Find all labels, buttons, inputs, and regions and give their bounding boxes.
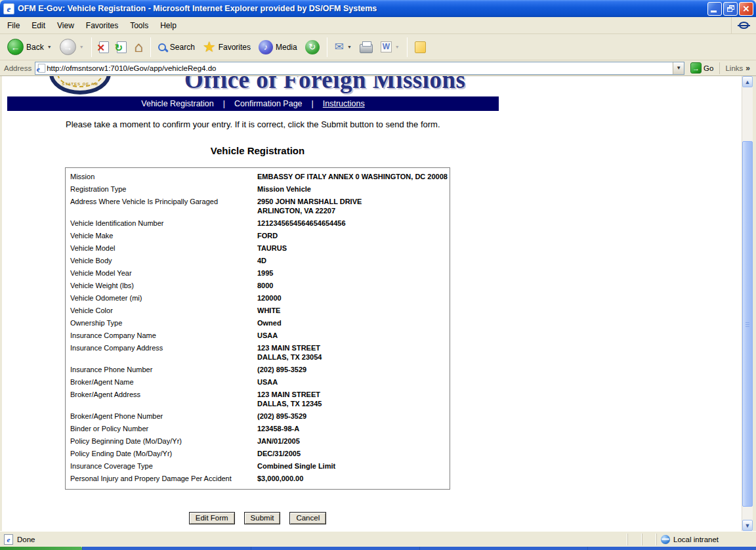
table-row: Binder or Policy Number123458-98-A: [66, 423, 450, 435]
field-label: Insurance Company Address: [66, 343, 257, 362]
start-button-edge[interactable]: [0, 547, 82, 550]
favorites-star-icon: ★: [203, 41, 216, 54]
edit-with-word-button[interactable]: W ▼: [377, 39, 403, 54]
field-value: Owned: [257, 318, 450, 328]
field-value: 123 MAIN STREETDALLAS, TX 12345: [257, 390, 450, 408]
nav-separator: |: [312, 99, 314, 108]
forward-dropdown-icon: ▼: [79, 45, 84, 49]
nav-separator: |: [223, 99, 225, 108]
discuss-button[interactable]: [411, 39, 429, 55]
address-dropdown-icon[interactable]: ▼: [673, 62, 684, 74]
field-value: 8000: [257, 281, 450, 290]
close-button[interactable]: ✕: [739, 2, 753, 16]
edit-form-button[interactable]: Edit Form: [189, 512, 235, 524]
menu-item-edit[interactable]: Edit: [26, 18, 51, 33]
go-button[interactable]: → Go: [688, 62, 716, 74]
submit-button[interactable]: Submit: [244, 512, 281, 524]
stop-button[interactable]: ✕: [96, 39, 112, 55]
field-label: Vehicle Color: [66, 306, 257, 315]
links-bar[interactable]: Links »: [719, 62, 754, 74]
page-content: STATES OF AM Office of Foreign Missions …: [2, 76, 742, 531]
window-right-edge: [753, 76, 756, 531]
field-value-line: DALLAS, TX 12345: [257, 399, 450, 408]
table-row: Vehicle MakeFORD: [66, 230, 450, 242]
page-navigation-bar: Vehicle Registration|Confirmation Page|I…: [7, 96, 499, 111]
ie-app-icon: e: [3, 3, 14, 14]
field-value: USAA: [257, 377, 450, 387]
scrollbar-thumb[interactable]: [742, 141, 753, 507]
field-label: Broker/Agent Name: [66, 377, 257, 387]
table-row: Vehicle ColorWHITE: [66, 305, 450, 317]
table-row: Registration TypeMission Vehicle: [66, 183, 450, 196]
restore-button[interactable]: [723, 2, 738, 16]
menu-item-help[interactable]: Help: [154, 18, 182, 33]
table-row: Vehicle Identification Number12123456545…: [66, 217, 450, 230]
vertical-scrollbar[interactable]: ▲ ▼: [742, 76, 753, 531]
forward-button[interactable]: → ▼: [56, 37, 87, 57]
field-value: EMBASSY OF ITALY ANNEX 0 WASHINGTON, DC …: [257, 172, 450, 181]
history-button[interactable]: ↻: [302, 38, 323, 56]
field-value-line: 4D: [257, 256, 450, 265]
links-chevron-icon[interactable]: »: [746, 64, 750, 73]
field-value-line: Combined Single Limit: [257, 461, 450, 471]
field-value: TAURUS: [257, 243, 450, 253]
field-label: Personal Injury and Propery Damage Per A…: [66, 474, 257, 483]
menu-item-favorites[interactable]: Favorites: [80, 18, 124, 33]
mail-button[interactable]: ✉ ▼: [331, 40, 355, 54]
field-value-line: 1212345654564654654456: [257, 219, 450, 228]
windows-taskbar[interactable]: [0, 547, 756, 550]
field-label: Vehicle Body: [66, 256, 257, 265]
field-value-line: 120000: [257, 293, 450, 303]
form-title: Vehicle Registration: [65, 145, 450, 156]
minimize-button[interactable]: [707, 2, 722, 16]
seal-text: STATES OF AM: [62, 82, 98, 86]
field-label: Mission: [66, 172, 257, 181]
field-label: Insurance Coverage Type: [66, 461, 257, 471]
search-button[interactable]: Search: [155, 41, 198, 54]
table-row: Personal Injury and Propery Damage Per A…: [66, 473, 450, 485]
menu-item-tools[interactable]: Tools: [124, 18, 154, 33]
field-value-line: ARLINGTON, VA 22207: [257, 206, 450, 215]
home-button[interactable]: ⌂: [131, 39, 146, 56]
menu-item-view[interactable]: View: [51, 18, 80, 33]
home-icon: ⌂: [135, 41, 143, 54]
site-title-container: Office of Foreign Missions: [184, 76, 466, 95]
back-button[interactable]: ← Back ▼: [4, 37, 55, 57]
cancel-button[interactable]: Cancel: [289, 512, 326, 524]
field-label: Vehicle Identification Number: [66, 219, 257, 228]
scroll-up-button[interactable]: ▲: [742, 76, 753, 87]
field-value: 123 MAIN STREETDALLAS, TX 23054: [257, 343, 450, 362]
stop-icon: ✕: [99, 41, 109, 53]
browser-window: e OFM E-Gov: Vehicle Registration - Micr…: [0, 0, 756, 550]
nav-item-instructions[interactable]: Instructions: [323, 99, 365, 108]
field-label: Ownership Type: [66, 318, 257, 328]
print-button[interactable]: [356, 39, 376, 55]
address-input[interactable]: e http://ofmsntsorw1:7010/eGov/app/vehic…: [35, 62, 684, 75]
back-dropdown-icon[interactable]: ▼: [47, 45, 52, 49]
table-row: Broker/Agent NameUSAA: [66, 376, 450, 389]
media-button[interactable]: ♪ Media: [255, 38, 301, 56]
field-label: Insurance Phone Number: [66, 365, 257, 374]
media-icon: ♪: [259, 40, 273, 54]
field-value-line: Mission Vehicle: [257, 184, 450, 194]
refresh-button[interactable]: ↻: [114, 39, 130, 55]
scrollbar-track[interactable]: [742, 87, 753, 520]
menu-item-file[interactable]: File: [1, 18, 26, 33]
search-icon: [158, 43, 166, 51]
status-pane-empty: [642, 534, 656, 545]
favorites-button[interactable]: ★ Favorites: [200, 39, 254, 56]
taskbar-items[interactable]: [82, 547, 756, 550]
address-url: http://ofmsntsorw1:7010/eGov/app/vehicle…: [47, 64, 673, 72]
table-row: Broker/Agent Address123 MAIN STREETDALLA…: [66, 389, 450, 410]
field-label: Registration Type: [66, 184, 257, 194]
scroll-down-button[interactable]: ▼: [742, 520, 753, 531]
word-dropdown-icon: ▼: [395, 45, 400, 49]
field-value: 4D: [257, 256, 450, 265]
media-label: Media: [276, 43, 297, 52]
toolbar-separator: [91, 37, 92, 57]
mail-dropdown-icon[interactable]: ▼: [347, 45, 352, 49]
back-icon: ←: [7, 39, 24, 55]
security-zone-label: Local intranet: [673, 536, 719, 543]
field-label: Vehicle Model Year: [66, 268, 257, 278]
status-bar: e Done Local intranet: [0, 531, 756, 547]
